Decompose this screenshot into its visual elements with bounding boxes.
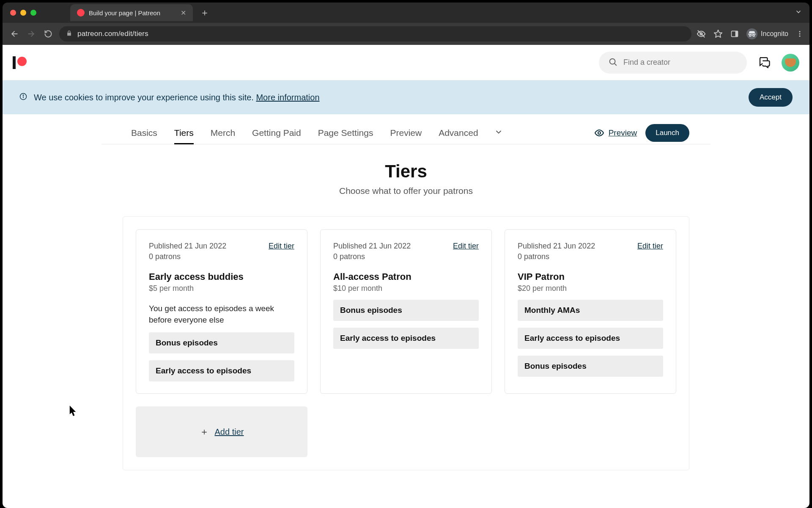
tier-price: $10 per month — [333, 284, 479, 293]
url-text: patreon.com/edit/tiers — [77, 30, 148, 38]
svg-point-10 — [799, 33, 801, 35]
svg-marker-4 — [714, 30, 722, 37]
tab-advanced[interactable]: Advanced — [430, 122, 486, 144]
tier-name: All-access Patron — [333, 271, 479, 282]
messages-icon[interactable] — [758, 55, 771, 70]
tab-basics[interactable]: Basics — [123, 122, 166, 144]
tab-page-settings[interactable]: Page Settings — [310, 122, 382, 144]
tier-card: Published 21 Jun 20220 patronsEdit tierA… — [320, 229, 492, 394]
user-avatar[interactable] — [782, 54, 799, 72]
benefit-chip: Bonus episodes — [149, 332, 294, 353]
cookie-message: We use cookies to improve your experienc… — [34, 93, 256, 102]
tier-description: You get access to episodes a week before… — [149, 303, 294, 326]
tier-card: Published 21 Jun 20220 patronsEdit tierV… — [505, 229, 676, 394]
benefit-chip: Early access to episodes — [149, 360, 294, 381]
tier-card: Published 21 Jun 20220 patronsEdit tierE… — [136, 229, 307, 394]
lock-icon — [66, 30, 72, 38]
benefit-chip: Bonus episodes — [518, 356, 663, 377]
plus-icon: ＋ — [200, 425, 209, 438]
minimize-window-button[interactable] — [20, 10, 26, 16]
page-title: Tiers — [123, 161, 689, 182]
tier-price: $5 per month — [149, 284, 294, 293]
close-window-button[interactable] — [10, 10, 16, 16]
add-tier-button[interactable]: ＋ Add tier — [136, 406, 307, 457]
svg-point-11 — [799, 36, 801, 37]
mouse-cursor — [69, 406, 77, 418]
kebab-menu-icon[interactable] — [796, 30, 804, 38]
close-tab-icon[interactable]: ✕ — [181, 9, 186, 17]
eye-icon — [594, 128, 604, 138]
accept-cookies-button[interactable]: Accept — [749, 88, 793, 107]
incognito-icon — [746, 28, 757, 39]
back-button[interactable] — [8, 28, 20, 40]
svg-point-7 — [749, 35, 751, 36]
tab-getting-paid[interactable]: Getting Paid — [244, 122, 310, 144]
benefit-chip: Early access to episodes — [333, 328, 479, 349]
browser-tab[interactable]: Build your page | Patreon ✕ — [70, 4, 193, 21]
traffic-lights — [8, 10, 36, 16]
svg-line-13 — [614, 64, 616, 65]
tier-patron-count: 0 patrons — [333, 252, 411, 261]
edit-tier-link[interactable]: Edit tier — [269, 242, 294, 251]
svg-point-8 — [753, 35, 754, 36]
benefit-chip: Bonus episodes — [333, 300, 479, 321]
preview-label: Preview — [609, 128, 637, 138]
info-icon — [19, 93, 27, 102]
search-icon — [608, 57, 617, 68]
tab-strip: Build your page | Patreon ✕ ＋ — [70, 3, 211, 23]
page-content: We use cookies to improve your experienc… — [3, 45, 809, 508]
tier-published: Published 21 Jun 2022 — [149, 242, 226, 251]
tabs-dropdown-icon[interactable] — [795, 8, 802, 17]
star-icon[interactable] — [713, 29, 723, 39]
cookie-more-link[interactable]: More information — [256, 93, 319, 102]
tier-published: Published 21 Jun 2022 — [518, 242, 595, 251]
preview-link[interactable]: Preview — [594, 128, 637, 138]
svg-point-16 — [23, 95, 24, 96]
reload-button[interactable] — [42, 28, 54, 40]
tab-merch[interactable]: Merch — [202, 122, 244, 144]
tier-price: $20 per month — [518, 284, 663, 293]
patreon-favicon — [77, 9, 85, 17]
incognito-badge[interactable]: Incognito — [746, 28, 788, 39]
tier-name: VIP Patron — [518, 271, 663, 282]
incognito-label: Incognito — [761, 30, 788, 38]
cookie-banner: We use cookies to improve your experienc… — [3, 80, 809, 114]
window-chrome: Build your page | Patreon ✕ ＋ — [3, 3, 809, 23]
edit-page-tabs: BasicsTiersMerchGetting PaidPage Setting… — [102, 114, 710, 144]
page-subtitle: Choose what to offer your patrons — [123, 186, 689, 196]
patreon-logo[interactable] — [13, 56, 27, 69]
side-panel-icon[interactable] — [730, 30, 739, 38]
benefit-chip: Early access to episodes — [518, 328, 663, 349]
svg-rect-6 — [735, 31, 738, 36]
tier-name: Early access buddies — [149, 271, 294, 282]
tier-patron-count: 0 patrons — [149, 252, 226, 261]
tab-tiers[interactable]: Tiers — [166, 122, 202, 144]
search-field[interactable] — [599, 52, 747, 74]
edit-tier-link[interactable]: Edit tier — [453, 242, 479, 251]
tier-patron-count: 0 patrons — [518, 252, 595, 261]
svg-point-9 — [799, 31, 801, 32]
tab-title: Build your page | Patreon — [89, 9, 160, 17]
browser-toolbar: patreon.com/edit/tiers Incognito — [3, 23, 809, 45]
chevron-down-icon[interactable] — [490, 124, 507, 142]
forward-button[interactable] — [25, 28, 37, 40]
tier-published: Published 21 Jun 2022 — [333, 242, 411, 251]
main: Tiers Choose what to offer your patrons … — [102, 144, 710, 483]
add-tier-label: Add tier — [215, 427, 244, 437]
app-header — [3, 45, 809, 80]
benefit-chip: Monthly AMAs — [518, 300, 663, 321]
svg-point-17 — [598, 132, 601, 134]
edit-tier-link[interactable]: Edit tier — [637, 242, 663, 251]
maximize-window-button[interactable] — [30, 10, 36, 16]
tiers-container: Published 21 Jun 20220 patronsEdit tierE… — [123, 216, 689, 470]
new-tab-button[interactable]: ＋ — [199, 7, 211, 19]
eye-blocked-icon[interactable] — [697, 29, 706, 39]
tab-preview[interactable]: Preview — [381, 122, 430, 144]
cookie-text: We use cookies to improve your experienc… — [34, 93, 320, 102]
address-bar[interactable]: patreon.com/edit/tiers — [59, 26, 691, 41]
launch-button[interactable]: Launch — [645, 124, 689, 142]
search-input[interactable] — [623, 58, 738, 67]
